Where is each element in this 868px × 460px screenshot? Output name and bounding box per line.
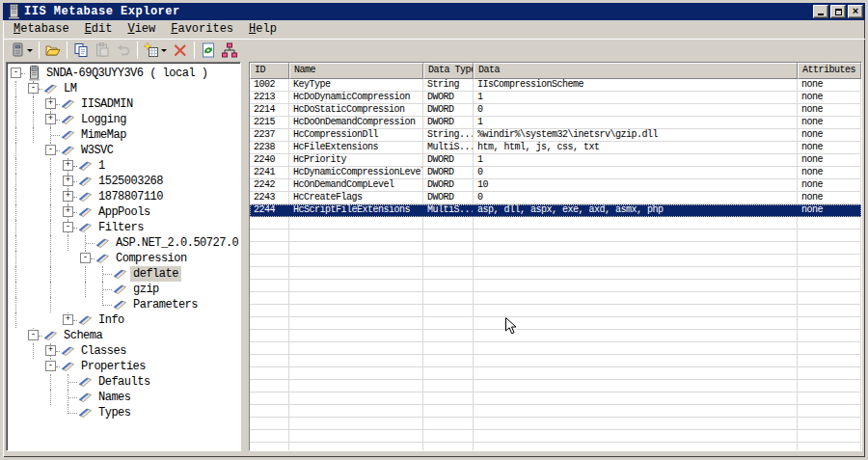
expander-expand-icon[interactable]: + [61, 189, 78, 204]
list-row-2214[interactable]: 2214HcDoStaticCompressionDWORD0none [250, 104, 861, 117]
tree-item-iisadmin[interactable]: +IISADMIN [9, 96, 240, 112]
list-row-1002[interactable]: 1002KeyTypeStringIIsCompressionSchemenon… [250, 79, 861, 92]
expander-collapse-icon[interactable]: - [26, 81, 43, 96]
expander-collapse-icon[interactable]: - [61, 220, 78, 235]
empty-cell [474, 380, 798, 392]
tree-connector [95, 297, 113, 312]
expander-expand-icon[interactable]: + [43, 96, 61, 112]
expander-collapse-icon[interactable]: - [9, 66, 26, 81]
empty-cell [474, 330, 798, 341]
tree-indent-guide [43, 235, 61, 251]
tree-item-apppools[interactable]: +AppPools [9, 204, 240, 220]
tree-item-w3svc[interactable]: -W3SVC [9, 143, 240, 158]
empty-cell [289, 380, 423, 392]
empty-cell [798, 405, 861, 417]
dropdown-caret-icon[interactable] [161, 49, 167, 52]
server-icon [10, 42, 25, 58]
copy-button[interactable] [70, 40, 92, 61]
empty-cell [798, 267, 861, 279]
cell-data: htm, html, js, css, txt [474, 142, 798, 153]
refresh-button[interactable] [198, 40, 219, 61]
empty-cell [798, 392, 861, 404]
delete-button[interactable] [170, 40, 191, 61]
tree-item-parameters[interactable]: Parameters [9, 297, 240, 312]
tree-item-mimemap[interactable]: MimeMap [9, 127, 240, 143]
column-header-data[interactable]: Data [474, 63, 798, 79]
tree-indent-guide [9, 343, 26, 359]
column-header-attributes[interactable]: Attributes [798, 63, 861, 79]
cell-attributes: none [798, 167, 861, 178]
empty-cell [474, 217, 798, 229]
list-row-2213[interactable]: 2213HcDoDynamicCompressionDWORD1none [250, 92, 861, 104]
tree-item-schema[interactable]: -Schema [9, 328, 240, 343]
tree-item-defaults[interactable]: Defaults [9, 374, 240, 390]
connect-server-button[interactable] [7, 40, 36, 61]
empty-cell [250, 305, 289, 316]
new-key-icon [144, 42, 159, 58]
panel-splitter[interactable] [241, 62, 249, 451]
expander-collapse-icon[interactable]: - [26, 328, 43, 343]
tree-item-snda-69q3uyy3v6-local[interactable]: -SNDA-69Q3UYY3V6 ( local ) [9, 66, 240, 81]
expander-expand-icon[interactable]: + [61, 204, 78, 220]
menu-favorites[interactable]: Favorites [163, 21, 241, 38]
expander-expand-icon[interactable]: + [61, 174, 78, 189]
key-icon [113, 282, 130, 297]
tree-indent-guide [26, 204, 43, 220]
close-button[interactable]: × [848, 5, 863, 18]
tree-item-names[interactable]: Names [9, 390, 240, 405]
list-row-2241[interactable]: 2241HcDynamicCompressionLevelDWORD0none [250, 167, 861, 179]
menu-help[interactable]: Help [241, 21, 285, 38]
column-header-data-type[interactable]: Data Type [423, 63, 474, 79]
list-row-2244[interactable]: 2244HcScriptFileExtensionsMultiS...asp, … [250, 204, 861, 217]
tree-item-lm[interactable]: -LM [9, 81, 240, 96]
tree-item-label: Defaults [95, 374, 153, 390]
expander-expand-icon[interactable]: + [43, 112, 61, 127]
list-row-2215[interactable]: 2215HcDoOnDemandCompressionDWORD1none [250, 117, 861, 129]
expander-collapse-icon[interactable]: - [78, 251, 95, 266]
key-icon [95, 251, 113, 266]
expander-expand-icon[interactable]: + [61, 158, 78, 174]
tree-item-classes[interactable]: +Classes [9, 343, 240, 359]
menu-metabase[interactable]: Metabase [6, 21, 77, 38]
column-header-name[interactable]: Name [289, 63, 423, 79]
minimize-button[interactable] [813, 5, 828, 18]
expander-expand-icon[interactable]: + [43, 343, 61, 359]
tree-item-types[interactable]: Types [9, 405, 240, 420]
tree-item-compression[interactable]: -Compression [9, 251, 240, 266]
refresh-icon [201, 42, 216, 58]
list-row-2238[interactable]: 2238HcFileExtensionsMultiS...htm, html, … [250, 142, 861, 154]
tree-item-gzip[interactable]: gzip [9, 282, 240, 297]
expander-collapse-icon[interactable]: - [43, 359, 61, 374]
metabase-tree-button[interactable] [219, 40, 240, 61]
tree-item-1[interactable]: +1 [9, 158, 240, 174]
tree-item-deflate[interactable]: deflate [9, 266, 240, 282]
tree-item-filters[interactable]: -Filters [9, 220, 240, 235]
empty-cell [798, 342, 861, 354]
list-row-2237[interactable]: 2237HcCompressionDllString...%windir%\sy… [250, 129, 861, 142]
expander-expand-icon[interactable]: + [61, 312, 78, 328]
tree-item-logging[interactable]: +Logging [9, 112, 240, 127]
menu-edit[interactable]: Edit [77, 21, 121, 38]
tree-item-1878807110[interactable]: +1878807110 [9, 189, 240, 204]
empty-cell [474, 405, 798, 417]
open-button[interactable] [42, 40, 64, 61]
tree-indent-guide [61, 235, 78, 251]
dropdown-caret-icon[interactable] [27, 49, 33, 52]
tree-item-label: Compression [113, 251, 190, 266]
expander-collapse-icon[interactable]: - [43, 143, 61, 158]
tree-item-asp-net-2-0-50727-0[interactable]: ASP.NET_2.0.50727.0 [9, 235, 240, 251]
tree-item-info[interactable]: +Info [9, 312, 240, 328]
menu-view[interactable]: View [120, 21, 163, 38]
tree-item-properties[interactable]: -Properties [9, 359, 240, 374]
key-icon [61, 343, 78, 359]
list-row-2243[interactable]: 2243HcCreateFlagsDWORD0none [250, 192, 861, 204]
list-row-2242[interactable]: 2242HcOnDemandCompLevelDWORD10none [250, 179, 861, 192]
empty-cell [289, 305, 423, 316]
list-row-2240[interactable]: 2240HcPriorityDWORD1none [250, 154, 861, 167]
tree-item-1525003268[interactable]: +1525003268 [9, 174, 240, 189]
column-header-id[interactable]: ID [250, 63, 289, 79]
tree-indent-guide [9, 390, 26, 405]
tree-indent-guide [9, 143, 26, 158]
maximize-button[interactable] [830, 5, 846, 18]
new-key-button[interactable] [141, 40, 170, 61]
